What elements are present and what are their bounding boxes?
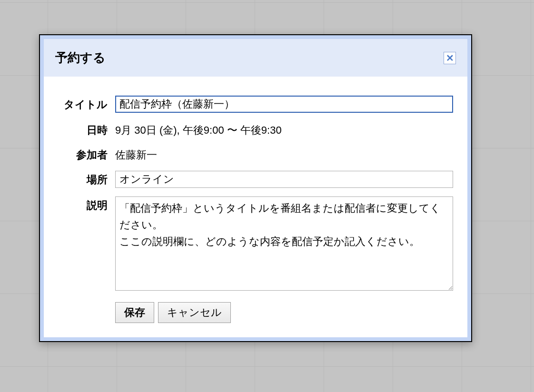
save-button[interactable]: 保存 [115,302,154,323]
location-input[interactable] [115,171,453,188]
location-label: 場所 [58,171,115,187]
cancel-button[interactable]: キャンセル [158,302,231,323]
title-label: タイトル [58,96,115,112]
attendee-value: 佐藤新一 [115,146,453,162]
title-input[interactable] [115,96,453,113]
datetime-label: 日時 [58,121,115,137]
dialog-body: タイトル 日時 9月 30日 (金), 午後9:00 〜 午後9:30 参加者 … [44,77,467,337]
datetime-value: 9月 30日 (金), 午後9:00 〜 午後9:30 [115,121,453,137]
dialog-header: 予約する ✕ [44,39,467,77]
attendee-label: 参加者 [58,146,115,162]
description-label: 説明 [58,196,115,213]
dialog-title: 予約する [55,49,106,66]
description-textarea[interactable] [115,196,453,291]
close-button[interactable]: ✕ [444,52,456,64]
close-icon: ✕ [446,53,454,63]
booking-dialog: 予約する ✕ タイトル 日時 9月 30日 (金), 午後9:00 〜 午後9:… [39,34,472,342]
